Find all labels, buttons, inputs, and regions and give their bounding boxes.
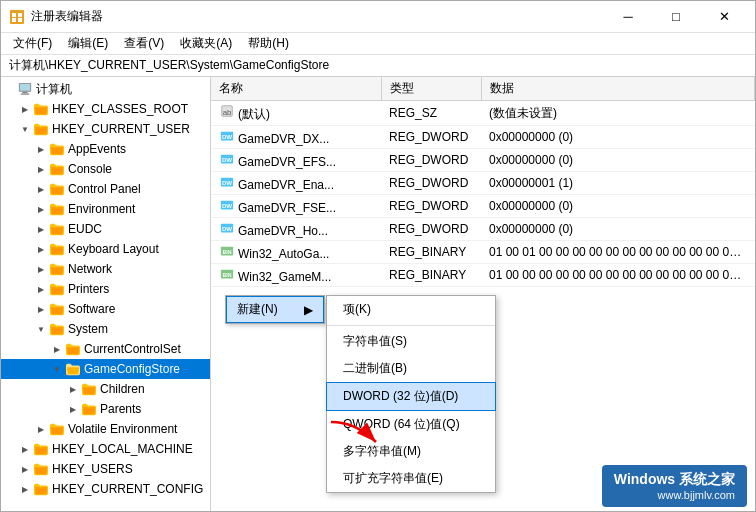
tree-toggle[interactable]: ▼ (17, 119, 33, 139)
tree-item-label: GameConfigStore (84, 362, 180, 376)
window-title: 注册表编辑器 (31, 8, 103, 25)
tree-toggle[interactable]: ▶ (33, 199, 49, 219)
tree-item[interactable]: ▶ Network (1, 259, 210, 279)
tree-toggle[interactable]: ▶ (33, 179, 49, 199)
menu-item-E[interactable]: 编辑(E) (60, 33, 116, 54)
tree-toggle[interactable]: ▶ (17, 459, 33, 479)
tree-item[interactable]: ▶ HKEY_LOCAL_MACHINE (1, 439, 210, 459)
tree-panel[interactable]: 计算机▶ HKEY_CLASSES_ROOT▼ HKEY_CURRENT_USE… (1, 77, 211, 511)
svg-rect-6 (20, 84, 31, 91)
tree-toggle[interactable]: ▶ (33, 139, 49, 159)
tree-item-label: HKEY_CURRENT_USER (52, 122, 190, 136)
minimize-button[interactable]: ─ (605, 1, 651, 33)
app-icon (9, 9, 25, 25)
menu-item-A[interactable]: 收藏夹(A) (172, 33, 240, 54)
submenu-item[interactable]: QWORD (64 位)值(Q) (327, 411, 495, 438)
tree-item[interactable]: ▶ Printers (1, 279, 210, 299)
menu-separator (327, 325, 495, 326)
svg-rect-2 (18, 13, 22, 17)
folder-icon (49, 321, 65, 337)
tree-item[interactable]: ▼ HKEY_CURRENT_USER (1, 119, 210, 139)
tree-item-label: System (68, 322, 108, 336)
new-menu-row[interactable]: 新建(N) ▶ (226, 296, 324, 323)
tree-item[interactable]: 计算机 (1, 79, 210, 99)
tree-toggle[interactable]: ▶ (33, 219, 49, 239)
tree-item[interactable]: ▶ Volatile Environment (1, 419, 210, 439)
tree-toggle[interactable]: ▶ (17, 479, 33, 499)
close-button[interactable]: ✕ (701, 1, 747, 33)
tree-toggle[interactable]: ▶ (33, 279, 49, 299)
computer-icon (17, 81, 33, 97)
submenu-arrow: ▶ (304, 303, 313, 317)
right-panel: 名称 类型 数据 ab(默认)REG_SZ(数值未设置)DWGameDVR_DX… (211, 77, 755, 511)
menu-item-F[interactable]: 文件(F) (5, 33, 60, 54)
folder-icon (49, 281, 65, 297)
maximize-button[interactable]: □ (653, 1, 699, 33)
folder-icon (49, 241, 65, 257)
menu-item-H[interactable]: 帮助(H) (240, 33, 297, 54)
submenu-popup: 项(K)字符串值(S)二进制值(B)DWORD (32 位)值(D)QWORD … (326, 295, 496, 493)
tree-item[interactable]: ▶ HKEY_CLASSES_ROOT (1, 99, 210, 119)
tree-item[interactable]: ▶ Children (1, 379, 210, 399)
tree-item-label: Printers (68, 282, 109, 296)
submenu-item[interactable]: 多字符串值(M) (327, 438, 495, 465)
title-bar-left: 注册表编辑器 (9, 8, 103, 25)
folder-icon (65, 341, 81, 357)
tree-toggle[interactable]: ▶ (33, 159, 49, 179)
tree-item-label: Environment (68, 202, 135, 216)
svg-rect-8 (21, 93, 30, 94)
tree-item-label: Console (68, 162, 112, 176)
tree-item[interactable]: ▶ HKEY_CURRENT_CONFIG (1, 479, 210, 499)
tree-item-label: HKEY_USERS (52, 462, 133, 476)
tree-toggle[interactable]: ▶ (33, 239, 49, 259)
submenu-item[interactable]: 项(K) (327, 296, 495, 323)
menu-item-V[interactable]: 查看(V) (116, 33, 172, 54)
tree-item-label: Software (68, 302, 115, 316)
context-menu-overlay: 新建(N) ▶ 项(K)字符串值(S)二进制值(B)DWORD (32 位)值(… (211, 77, 755, 511)
title-controls: ─ □ ✕ (605, 1, 747, 33)
tree-item[interactable]: ▶ Software (1, 299, 210, 319)
folder-icon (33, 481, 49, 497)
tree-toggle[interactable]: ▶ (33, 299, 49, 319)
tree-item-label: HKEY_LOCAL_MACHINE (52, 442, 193, 456)
folder-icon (49, 161, 65, 177)
folder-icon (49, 301, 65, 317)
folder-icon (81, 381, 97, 397)
tree-item-label: Parents (100, 402, 141, 416)
tree-toggle[interactable] (1, 79, 17, 99)
tree-item[interactable]: ▼ GameConfigStore (1, 359, 210, 379)
tree-item[interactable]: ▶ CurrentControlSet (1, 339, 210, 359)
tree-item[interactable]: ▶ EUDC (1, 219, 210, 239)
tree-toggle[interactable]: ▶ (17, 439, 33, 459)
address-bar: 计算机\HKEY_CURRENT_USER\System\GameConfigS… (1, 55, 755, 77)
tree-toggle[interactable]: ▼ (49, 359, 65, 379)
tree-item-label: Children (100, 382, 145, 396)
tree-item[interactable]: ▶ AppEvents (1, 139, 210, 159)
tree-item[interactable]: ▶ Parents (1, 399, 210, 419)
tree-toggle[interactable]: ▼ (33, 319, 49, 339)
main-area: 计算机▶ HKEY_CLASSES_ROOT▼ HKEY_CURRENT_USE… (1, 77, 755, 511)
tree-item[interactable]: ▶ Console (1, 159, 210, 179)
folder-icon (33, 461, 49, 477)
tree-item[interactable]: ▶ Control Panel (1, 179, 210, 199)
tree-toggle[interactable]: ▶ (65, 399, 81, 419)
tree-item[interactable]: ▼ System (1, 319, 210, 339)
folder-icon (49, 261, 65, 277)
submenu-item[interactable]: DWORD (32 位)值(D) (326, 382, 496, 411)
folder-icon (33, 101, 49, 117)
tree-toggle[interactable]: ▶ (33, 419, 49, 439)
new-menu[interactable]: 新建(N) ▶ (225, 295, 325, 324)
submenu-item[interactable]: 可扩充字符串值(E) (327, 465, 495, 492)
tree-item-label: Control Panel (68, 182, 141, 196)
submenu-item[interactable]: 二进制值(B) (327, 355, 495, 382)
tree-item[interactable]: ▶ HKEY_USERS (1, 459, 210, 479)
tree-toggle[interactable]: ▶ (65, 379, 81, 399)
tree-item[interactable]: ▶ Keyboard Layout (1, 239, 210, 259)
tree-toggle[interactable]: ▶ (33, 259, 49, 279)
folder-icon (81, 401, 97, 417)
tree-item[interactable]: ▶ Environment (1, 199, 210, 219)
tree-toggle[interactable]: ▶ (17, 99, 33, 119)
tree-item-label: HKEY_CLASSES_ROOT (52, 102, 188, 116)
submenu-item[interactable]: 字符串值(S) (327, 328, 495, 355)
tree-toggle[interactable]: ▶ (49, 339, 65, 359)
